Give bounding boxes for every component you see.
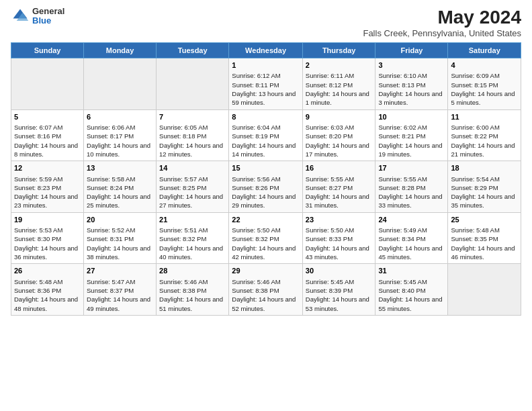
day-info: Sunrise: 5:57 AMSunset: 8:25 PMDaylight:… bbox=[159, 175, 226, 210]
logo-blue-text: Blue bbox=[32, 16, 64, 26]
day-info: Sunrise: 5:50 AMSunset: 8:33 PMDaylight:… bbox=[306, 226, 373, 261]
col-header-saturday: Saturday bbox=[448, 43, 521, 58]
day-cell: 3Sunrise: 6:10 AMSunset: 8:13 PMDaylight… bbox=[375, 58, 448, 110]
day-number: 15 bbox=[232, 163, 300, 173]
day-cell: 21Sunrise: 5:51 AMSunset: 8:32 PMDayligh… bbox=[157, 212, 229, 264]
day-info: Sunrise: 5:55 AMSunset: 8:28 PMDaylight:… bbox=[378, 175, 445, 210]
day-cell: 18Sunrise: 5:54 AMSunset: 8:29 PMDayligh… bbox=[448, 161, 521, 213]
day-cell bbox=[157, 58, 229, 110]
day-cell: 17Sunrise: 5:55 AMSunset: 8:28 PMDayligh… bbox=[375, 161, 448, 213]
day-cell: 29Sunrise: 5:46 AMSunset: 8:38 PMDayligh… bbox=[229, 264, 303, 316]
day-number: 19 bbox=[14, 215, 81, 225]
day-cell: 6Sunrise: 6:06 AMSunset: 8:17 PMDaylight… bbox=[84, 109, 157, 161]
day-number: 22 bbox=[232, 215, 300, 225]
day-info: Sunrise: 5:58 AMSunset: 8:24 PMDaylight:… bbox=[87, 175, 153, 210]
day-cell: 7Sunrise: 6:05 AMSunset: 8:18 PMDaylight… bbox=[157, 109, 229, 161]
day-number: 6 bbox=[87, 112, 153, 122]
day-cell: 12Sunrise: 5:59 AMSunset: 8:23 PMDayligh… bbox=[11, 161, 84, 213]
day-number: 16 bbox=[306, 163, 373, 173]
day-cell: 22Sunrise: 5:50 AMSunset: 8:32 PMDayligh… bbox=[229, 212, 303, 264]
day-number: 3 bbox=[378, 60, 445, 71]
day-cell: 2Sunrise: 6:11 AMSunset: 8:12 PMDaylight… bbox=[302, 58, 375, 110]
day-cell: 13Sunrise: 5:58 AMSunset: 8:24 PMDayligh… bbox=[84, 161, 157, 213]
col-header-monday: Monday bbox=[84, 43, 157, 58]
day-cell: 9Sunrise: 6:03 AMSunset: 8:20 PMDaylight… bbox=[302, 109, 375, 161]
day-info: Sunrise: 5:55 AMSunset: 8:27 PMDaylight:… bbox=[306, 175, 373, 210]
day-number: 29 bbox=[232, 266, 300, 276]
week-row-4: 19Sunrise: 5:53 AMSunset: 8:30 PMDayligh… bbox=[11, 212, 521, 264]
day-number: 13 bbox=[87, 163, 153, 173]
day-cell: 26Sunrise: 5:48 AMSunset: 8:36 PMDayligh… bbox=[11, 264, 84, 316]
week-row-5: 26Sunrise: 5:48 AMSunset: 8:36 PMDayligh… bbox=[11, 264, 521, 316]
day-cell: 15Sunrise: 5:56 AMSunset: 8:26 PMDayligh… bbox=[229, 161, 303, 213]
day-number: 11 bbox=[451, 112, 518, 122]
day-info: Sunrise: 5:49 AMSunset: 8:34 PMDaylight:… bbox=[378, 226, 445, 261]
day-number: 24 bbox=[378, 215, 445, 225]
day-cell bbox=[11, 58, 84, 110]
day-cell: 30Sunrise: 5:45 AMSunset: 8:39 PMDayligh… bbox=[302, 264, 375, 316]
day-info: Sunrise: 6:12 AMSunset: 8:11 PMDaylight:… bbox=[232, 71, 300, 107]
day-cell: 11Sunrise: 6:00 AMSunset: 8:22 PMDayligh… bbox=[448, 109, 521, 161]
day-cell: 25Sunrise: 5:48 AMSunset: 8:35 PMDayligh… bbox=[448, 212, 521, 264]
day-number: 30 bbox=[306, 266, 373, 276]
day-cell: 14Sunrise: 5:57 AMSunset: 8:25 PMDayligh… bbox=[157, 161, 229, 213]
day-number: 21 bbox=[159, 215, 226, 225]
sub-title: Falls Creek, Pennsylvania, United States bbox=[363, 28, 521, 38]
day-cell bbox=[84, 58, 157, 110]
day-cell bbox=[448, 264, 521, 316]
logo: General Blue bbox=[11, 7, 64, 26]
day-number: 1 bbox=[232, 60, 300, 71]
main-title: May 2024 bbox=[363, 7, 521, 28]
day-number: 26 bbox=[14, 266, 81, 276]
day-info: Sunrise: 5:53 AMSunset: 8:30 PMDaylight:… bbox=[14, 226, 81, 261]
day-cell: 31Sunrise: 5:45 AMSunset: 8:40 PMDayligh… bbox=[375, 264, 448, 316]
day-number: 2 bbox=[306, 60, 373, 71]
day-info: Sunrise: 6:09 AMSunset: 8:15 PMDaylight:… bbox=[451, 71, 518, 107]
day-info: Sunrise: 5:47 AMSunset: 8:37 PMDaylight:… bbox=[87, 277, 153, 313]
day-info: Sunrise: 5:45 AMSunset: 8:39 PMDaylight:… bbox=[306, 277, 373, 313]
day-number: 23 bbox=[306, 215, 373, 225]
day-cell: 10Sunrise: 6:02 AMSunset: 8:21 PMDayligh… bbox=[375, 109, 448, 161]
col-header-friday: Friday bbox=[375, 43, 448, 58]
day-number: 8 bbox=[232, 112, 300, 122]
day-info: Sunrise: 5:52 AMSunset: 8:31 PMDaylight:… bbox=[87, 226, 153, 261]
col-header-thursday: Thursday bbox=[302, 43, 375, 58]
day-number: 28 bbox=[159, 266, 226, 276]
col-header-sunday: Sunday bbox=[11, 43, 84, 58]
week-row-1: 1Sunrise: 6:12 AMSunset: 8:11 PMDaylight… bbox=[11, 58, 521, 110]
day-cell: 24Sunrise: 5:49 AMSunset: 8:34 PMDayligh… bbox=[375, 212, 448, 264]
day-cell: 4Sunrise: 6:09 AMSunset: 8:15 PMDaylight… bbox=[448, 58, 521, 110]
page: General Blue May 2024 Falls Creek, Penns… bbox=[0, 0, 532, 411]
day-number: 4 bbox=[451, 60, 518, 71]
day-info: Sunrise: 5:48 AMSunset: 8:36 PMDaylight:… bbox=[14, 277, 81, 313]
day-number: 9 bbox=[306, 112, 373, 122]
day-cell: 28Sunrise: 5:46 AMSunset: 8:38 PMDayligh… bbox=[157, 264, 229, 316]
col-header-wednesday: Wednesday bbox=[229, 43, 303, 58]
day-cell: 23Sunrise: 5:50 AMSunset: 8:33 PMDayligh… bbox=[302, 212, 375, 264]
day-number: 5 bbox=[14, 112, 81, 122]
day-number: 31 bbox=[378, 266, 445, 276]
day-info: Sunrise: 5:59 AMSunset: 8:23 PMDaylight:… bbox=[14, 175, 81, 210]
day-info: Sunrise: 5:50 AMSunset: 8:32 PMDaylight:… bbox=[232, 226, 300, 261]
day-info: Sunrise: 5:48 AMSunset: 8:35 PMDaylight:… bbox=[451, 226, 518, 261]
logo-icon bbox=[11, 7, 30, 26]
day-cell: 5Sunrise: 6:07 AMSunset: 8:16 PMDaylight… bbox=[11, 109, 84, 161]
day-info: Sunrise: 6:04 AMSunset: 8:19 PMDaylight:… bbox=[232, 123, 300, 158]
day-info: Sunrise: 5:54 AMSunset: 8:29 PMDaylight:… bbox=[451, 175, 518, 210]
day-cell: 16Sunrise: 5:55 AMSunset: 8:27 PMDayligh… bbox=[302, 161, 375, 213]
day-info: Sunrise: 6:11 AMSunset: 8:12 PMDaylight:… bbox=[306, 71, 373, 107]
day-cell: 19Sunrise: 5:53 AMSunset: 8:30 PMDayligh… bbox=[11, 212, 84, 264]
header-row: SundayMondayTuesdayWednesdayThursdayFrid… bbox=[11, 43, 521, 58]
day-info: Sunrise: 6:02 AMSunset: 8:21 PMDaylight:… bbox=[378, 123, 445, 158]
day-info: Sunrise: 6:06 AMSunset: 8:17 PMDaylight:… bbox=[87, 123, 153, 158]
day-cell: 27Sunrise: 5:47 AMSunset: 8:37 PMDayligh… bbox=[84, 264, 157, 316]
day-number: 7 bbox=[159, 112, 226, 122]
week-row-3: 12Sunrise: 5:59 AMSunset: 8:23 PMDayligh… bbox=[11, 161, 521, 213]
day-number: 18 bbox=[451, 163, 518, 173]
day-info: Sunrise: 5:56 AMSunset: 8:26 PMDaylight:… bbox=[232, 175, 300, 210]
day-info: Sunrise: 6:03 AMSunset: 8:20 PMDaylight:… bbox=[306, 123, 373, 158]
col-header-tuesday: Tuesday bbox=[157, 43, 229, 58]
logo-general-text: General bbox=[32, 7, 64, 16]
day-number: 27 bbox=[87, 266, 153, 276]
day-info: Sunrise: 6:05 AMSunset: 8:18 PMDaylight:… bbox=[159, 123, 226, 158]
